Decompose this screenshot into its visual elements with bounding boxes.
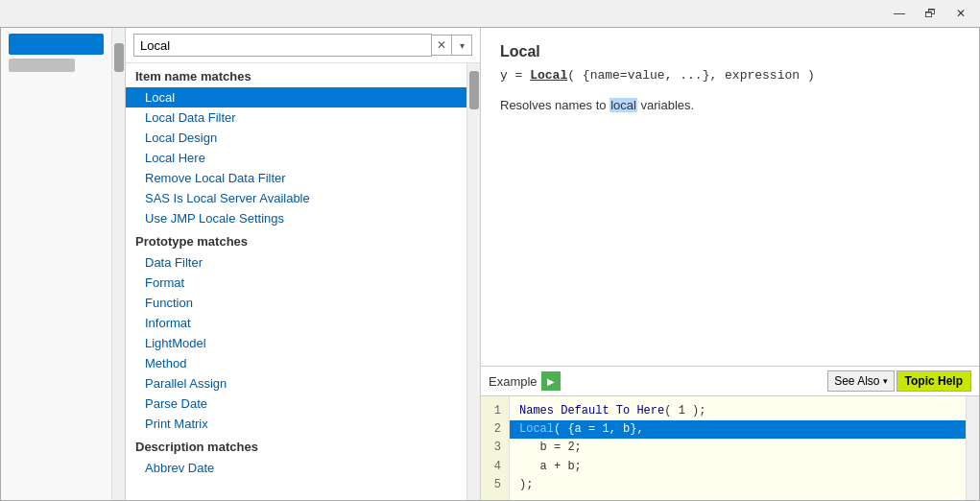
syntax-fn-name: Local: [530, 68, 567, 83]
example-run-button[interactable]: [541, 371, 561, 391]
code-line-2: Local( {a = 1, b},: [510, 420, 966, 439]
code-line-5: );: [519, 476, 956, 494]
example-toolbar: Example See Also ▾ Topic Help: [481, 367, 979, 396]
list-item-data-filter[interactable]: Data Filter: [126, 252, 466, 273]
code-line-4: a + b;: [519, 458, 956, 476]
search-dropdown-button[interactable]: ▾: [451, 35, 472, 56]
list-scrollbar-thumb[interactable]: [469, 71, 479, 109]
list-scrollbar[interactable]: [466, 63, 480, 500]
list-item-remove-local-data-filter[interactable]: Remove Local Data Filter: [126, 168, 466, 188]
code-line-1: Names Default To Here( 1 );: [519, 402, 956, 420]
list-item-format[interactable]: Format: [126, 273, 466, 293]
close-button[interactable]: ✕: [945, 3, 976, 24]
minimize-button[interactable]: —: [884, 3, 915, 24]
prototype-matches-header: Prototype matches: [126, 228, 466, 252]
help-content: Local y = Local( {name=value, ...}, expr…: [481, 28, 979, 366]
list-item-local-data-filter[interactable]: Local Data Filter: [126, 107, 466, 128]
list-item-print-matrix[interactable]: Print Matrix: [126, 414, 466, 434]
description-after: variables.: [637, 98, 694, 112]
left-gray-bar: [9, 59, 75, 72]
see-also-chevron-icon: ▾: [883, 376, 888, 386]
description-matches-header: Description matches: [126, 434, 466, 458]
help-title: Local: [500, 43, 960, 60]
list-item-local-design[interactable]: Local Design: [126, 128, 466, 148]
left-scrollbar-thumb[interactable]: [114, 43, 124, 72]
list-item-parse-date[interactable]: Parse Date: [126, 394, 466, 414]
list-item-lightmodel[interactable]: LightModel: [126, 333, 466, 353]
title-bar: — 🗗 ✕: [0, 0, 980, 27]
restore-button[interactable]: 🗗: [915, 3, 945, 24]
list-item-use-jmp-locale[interactable]: Use JMP Locale Settings: [126, 208, 466, 228]
list-item-abbrev-date[interactable]: Abbrev Date: [126, 458, 466, 478]
list-inner: Item name matches Local Local Data Filte…: [126, 63, 466, 500]
list-item-informat[interactable]: Informat: [126, 313, 466, 333]
list-item-method[interactable]: Method: [126, 353, 466, 373]
example-scrollbar[interactable]: [966, 396, 979, 500]
example-label: Example: [489, 374, 538, 389]
topic-help-button[interactable]: Topic Help: [896, 370, 971, 392]
help-description: Resolves names to local variables.: [500, 96, 960, 115]
code-line-3: b = 2;: [519, 439, 956, 457]
see-also-button[interactable]: See Also ▾: [827, 370, 894, 392]
item-name-matches-header: Item name matches: [126, 63, 466, 87]
left-blue-bar: [9, 34, 104, 55]
example-code-area: 12345 Names Default To Here( 1 ); Local(…: [481, 396, 979, 500]
list-item-parallel-assign[interactable]: Parallel Assign: [126, 373, 466, 394]
main-content: ✕ ▾ Item name matches Local Local Data F…: [0, 27, 980, 501]
see-also-label: See Also: [834, 374, 879, 388]
list-item-local-here[interactable]: Local Here: [126, 148, 466, 168]
help-syntax: y = Local( {name=value, ...}, expression…: [500, 68, 960, 83]
search-clear-button[interactable]: ✕: [431, 35, 452, 56]
list-container: Item name matches Local Local Data Filte…: [126, 63, 480, 500]
example-section: Example See Also ▾ Topic Help 12345 Name…: [481, 366, 979, 500]
search-bar: ✕ ▾: [126, 28, 480, 63]
description-highlight: local: [610, 98, 637, 112]
left-scrollbar[interactable]: [111, 28, 125, 500]
line-numbers: 12345: [481, 396, 510, 500]
left-panel: [1, 28, 126, 500]
list-item-sas-is-local-server[interactable]: SAS Is Local Server Available: [126, 188, 466, 208]
left-scroll-area: [1, 28, 111, 500]
description-before: Resolves names to: [500, 98, 610, 112]
list-item-function[interactable]: Function: [126, 293, 466, 313]
right-panel: Local y = Local( {name=value, ...}, expr…: [481, 28, 979, 500]
code-content: Names Default To Here( 1 ); Local( {a = …: [510, 396, 966, 500]
list-item-local[interactable]: Local: [126, 87, 466, 107]
middle-panel: ✕ ▾ Item name matches Local Local Data F…: [126, 28, 481, 500]
search-input[interactable]: [133, 34, 432, 57]
